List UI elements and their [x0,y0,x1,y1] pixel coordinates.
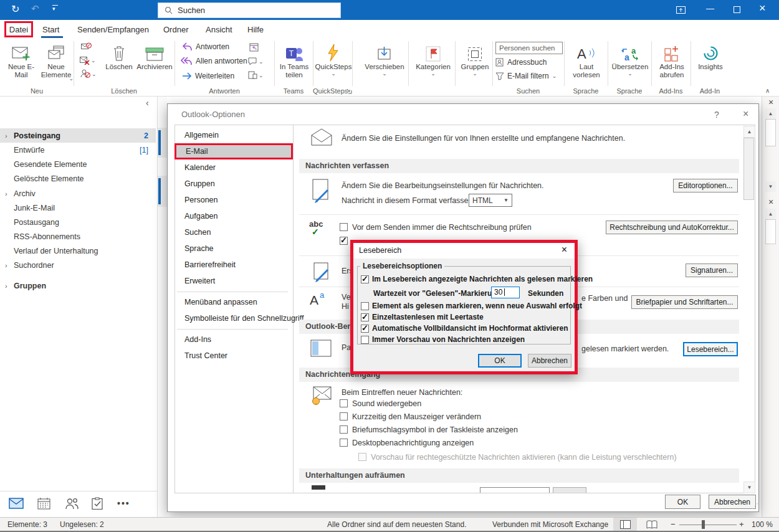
scroll-up-icon[interactable]: ▲ [765,209,776,219]
spelling-autocorrect-button[interactable]: Rechtschreibung und AutoKorrektur... [606,221,738,234]
options-nav-gruppen[interactable]: Gruppen [175,176,292,192]
maximize-button[interactable] [734,6,740,13]
sidebar-item-posteingang[interactable]: › Posteingang 2 [0,128,156,143]
sidebar-item-gruppen[interactable]: ›Gruppen [0,278,156,293]
address-book-button[interactable]: Adressbuch [495,58,547,67]
sidebar-item-rss[interactable]: RSS-Abonnements [0,229,156,244]
sidebar-item-junk[interactable]: Junk-E-Mail [0,201,156,215]
options-nav-sprache[interactable]: Sprache [175,240,292,257]
zoom-slider-track[interactable] [679,525,737,525]
forward-button[interactable]: Weiterleiten [182,72,234,80]
filter-email-button[interactable]: E-Mail filtern ⌄ [495,72,557,80]
close-pane-icon[interactable]: × [768,97,773,107]
people-nav-icon[interactable] [65,498,79,510]
options-nav-barrierefreiheit[interactable]: Barrierefreiheit [175,257,292,273]
dialog-launcher-icon[interactable] [346,88,352,94]
portrait-fullscreen-checkbox[interactable] [361,325,369,333]
wait-seconds-input[interactable]: 30 [491,287,520,298]
search-input[interactable]: Suchen [158,2,341,18]
tasks-nav-icon[interactable] [92,497,103,510]
options-nav-addins[interactable]: Add-Ins [175,331,292,348]
delete-button[interactable]: Löschen [103,40,135,87]
collapse-folder-pane-icon[interactable]: ‹ [146,98,149,108]
tab-hilfe[interactable]: Hilfe [247,22,264,37]
options-cancel-button[interactable]: Abbrechen [709,495,756,509]
collapse-ribbon-icon[interactable]: ∧ [765,87,770,94]
help-icon[interactable]: ? [714,110,719,120]
options-nav-erweitert[interactable]: Erweitert [175,273,292,289]
insights-button[interactable]: Insights [693,40,728,87]
sidebar-item-suchordner[interactable]: ›Suchordner [0,258,156,272]
close-button[interactable]: × [759,2,766,15]
ribbon-display-options-icon[interactable] [676,6,686,14]
tab-ordner[interactable]: Ordner [163,22,188,37]
resize-grip[interactable]: ⋰ [752,502,758,510]
mark-read-checkbox[interactable] [361,275,369,283]
options-nav-personen[interactable]: Personen [175,192,292,208]
zoom-out-icon[interactable]: − [671,520,676,529]
options-close-icon[interactable]: × [743,108,748,120]
spell-check-checkbox[interactable] [340,223,348,231]
zoom-level[interactable]: 100 % [752,520,773,529]
more-apps-icon[interactable]: ••• [117,498,130,508]
options-scroll-up-icon[interactable]: ▲ [743,126,755,138]
undo-icon[interactable]: ↶ [31,3,39,14]
hidden-checkbox[interactable] [340,237,348,245]
desktop-alert-checkbox[interactable] [340,439,348,447]
reading-dialog-cancel-button[interactable]: Abbrechen [528,354,571,368]
zoom-slider-thumb[interactable] [702,520,705,529]
stationery-fonts-button[interactable]: Briefpapier und Schriftarten... [631,295,738,309]
scroll-down-icon[interactable]: ▼ [765,181,776,192]
envelope-taskbar-checkbox[interactable] [340,425,348,434]
ignore-button[interactable] [81,42,92,51]
normal-view-button[interactable] [613,518,637,531]
single-key-reading-checkbox[interactable] [361,313,369,321]
options-nav-email-selected[interactable]: E-Mail [174,143,293,159]
reply-button[interactable]: Antworten [182,42,229,51]
find-people-input[interactable]: Personen suchen [495,42,563,54]
read-aloud-button[interactable]: A Laut vorlesen [567,40,606,87]
sidebar-item-archiv[interactable]: ›Archiv [0,186,156,201]
sidebar-item-postausgang[interactable]: Postausgang [0,215,156,229]
options-nav-kalender[interactable]: Kalender [175,159,292,176]
sidebar-item-geloeschte[interactable]: Gelöschte Elemente [0,171,156,186]
format-dropdown[interactable]: HTML ▼ [469,194,512,207]
reply-all-button[interactable]: Allen antworten [181,57,247,65]
tab-senden-empfangen[interactable]: Senden/Empfangen [77,22,149,37]
options-nav-aufgaben[interactable]: Aufgaben [175,208,292,224]
scrollbar-thumb[interactable] [765,119,776,146]
always-preview-checkbox[interactable] [361,336,369,344]
minimize-button[interactable]: — [706,4,714,13]
options-scroll-down-icon[interactable]: ▼ [743,482,755,493]
scroll-up-icon[interactable]: ▲ [765,108,776,119]
new-email-button[interactable]: Neue E-Mail [5,40,37,87]
close-pane-icon[interactable]: × [768,197,773,207]
mark-on-selection-checkbox[interactable] [361,302,369,310]
reading-view-icon[interactable] [646,520,657,529]
options-ok-button[interactable]: OK [665,495,700,509]
meeting-button[interactable] [249,42,259,52]
sidebar-item-gesendete[interactable]: Gesendete Elemente [0,157,156,171]
reading-pane-button[interactable]: Lesebereich... [683,342,738,356]
groups-button[interactable]: Gruppen ⌄ [457,40,492,87]
move-button[interactable]: Verschieben ⌄ [363,40,406,87]
scrollbar-thumb[interactable] [765,219,776,244]
cleanup-button[interactable]: ⌄ [80,56,96,65]
calendar-nav-icon[interactable] [37,497,50,510]
qat-chevron-icon[interactable]: ▾ [52,6,55,12]
mail-nav-icon[interactable] [9,498,24,509]
sidebar-item-verlauf[interactable]: Verlauf der Unterhaltung [0,244,156,258]
more-respond-button[interactable]: ⌄ [248,71,264,79]
options-nav-menueband[interactable]: Menüband anpassen [175,294,292,310]
new-items-button[interactable]: Neue Elemente ⌄ [39,40,74,87]
options-nav-symbolleiste[interactable]: Symbolleiste für den Schnellzugriff [175,310,292,326]
options-nav-allgemein[interactable]: Allgemein [175,127,292,143]
tab-start[interactable]: Start [42,22,59,37]
get-addins-button[interactable]: Add-Ins abrufen [653,40,691,87]
im-button[interactable]: ⌄ [248,57,264,65]
share-to-teams-button[interactable]: T In Teams teilen [277,40,312,87]
sidebar-item-entwuerfe[interactable]: Entwürfe [1] [0,143,156,157]
signatures-button[interactable]: Signaturen... [686,264,738,277]
options-nav-suchen[interactable]: Suchen [175,224,292,240]
send-receive-icon[interactable]: ↻ [11,3,19,15]
